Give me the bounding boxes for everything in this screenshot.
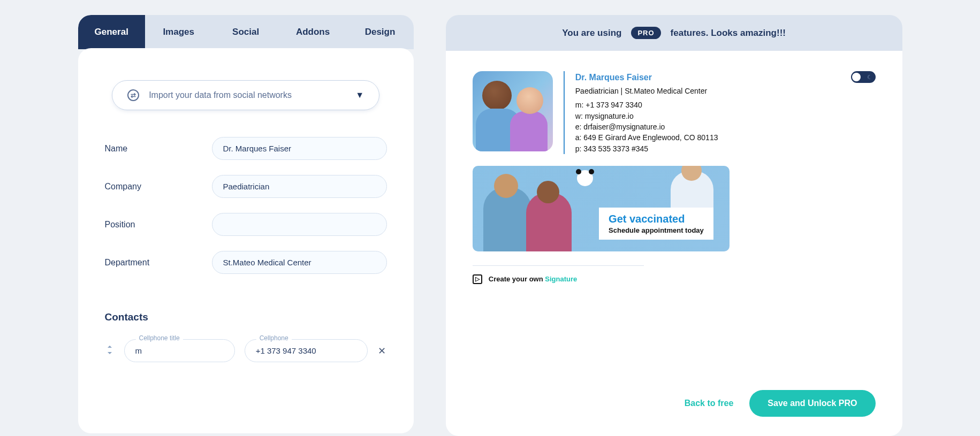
pro-banner-after: features. Looks amazing!!!	[671, 28, 786, 39]
back-to-free-link[interactable]: Back to free	[685, 399, 734, 408]
name-input[interactable]	[212, 137, 387, 160]
company-input[interactable]	[212, 175, 387, 198]
department-label: Department	[105, 258, 212, 267]
tab-design[interactable]: Design	[346, 15, 413, 49]
create-own-signature-link: Signature	[545, 275, 577, 283]
tabs-bar: General Images Social Addons Design	[78, 15, 414, 49]
promo-banner: Get vaccinated Schedule appointment toda…	[473, 166, 730, 251]
cellphone-label: Cellphone	[256, 334, 292, 342]
signature-avatar	[473, 71, 553, 151]
signature-subtitle: Paediatrician | St.Mateo Medical Center	[575, 86, 718, 96]
name-label: Name	[105, 144, 212, 154]
cellphone-title-input[interactable]	[124, 339, 235, 362]
cellphone-input[interactable]	[245, 339, 368, 362]
signature-phone: p: 343 535 3373 #345	[575, 143, 718, 154]
company-label: Company	[105, 182, 212, 192]
signature-divider	[564, 71, 565, 154]
tab-social[interactable]: Social	[212, 15, 279, 49]
pro-banner: You are using PRO features. Looks amazin…	[446, 15, 902, 51]
import-social-dropdown[interactable]: ⇄ Import your data from social networks …	[112, 80, 379, 110]
contacts-section-title: Contacts	[105, 311, 387, 323]
signature-name: Dr. Marques Faiser	[575, 71, 718, 83]
signature-mobile: m: +1 373 947 3340	[575, 100, 718, 110]
cellphone-title-label: Cellphone title	[136, 334, 183, 342]
drag-handle-icon[interactable]	[105, 346, 115, 356]
signature-website: w: mysignature.io	[575, 111, 718, 121]
tab-addons[interactable]: Addons	[279, 15, 346, 49]
banner-subtitle: Schedule appointment today	[609, 226, 704, 234]
chevron-down-icon: ▼	[355, 90, 364, 100]
pro-badge: PRO	[631, 27, 660, 39]
signature-email: e: drfaiser@mysignature.io	[575, 121, 718, 132]
theme-toggle-knob	[852, 73, 861, 81]
save-unlock-pro-button[interactable]: Save and Unlock PRO	[749, 390, 875, 417]
create-own-icon: ▷	[473, 274, 482, 284]
import-icon: ⇄	[127, 89, 139, 101]
position-label: Position	[105, 220, 212, 230]
remove-contact-button[interactable]: ✕	[377, 345, 387, 357]
create-own-prefix: Create your own	[489, 275, 545, 283]
create-own-link[interactable]: ▷ Create your own Signature	[473, 274, 876, 284]
moon-icon: ☾	[867, 74, 872, 81]
signature-divider-line	[473, 265, 644, 266]
signature-address: a: 649 E Girard Ave Englewood, CO 80113	[575, 132, 718, 143]
theme-toggle[interactable]: ☾	[851, 71, 876, 83]
import-label: Import your data from social networks	[149, 90, 292, 100]
tab-images[interactable]: Images	[145, 15, 212, 49]
pro-banner-before: You are using	[562, 28, 621, 39]
banner-title: Get vaccinated	[609, 213, 704, 225]
position-input[interactable]	[212, 213, 387, 236]
signature-preview: Dr. Marques Faiser Paediatrician | St.Ma…	[473, 71, 876, 154]
tab-general[interactable]: General	[78, 15, 145, 49]
department-input[interactable]	[212, 251, 387, 274]
